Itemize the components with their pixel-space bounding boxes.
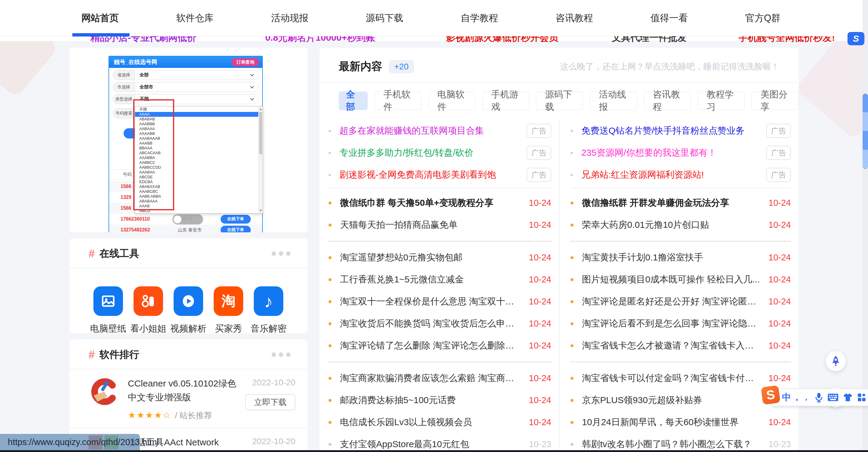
article-link[interactable]: 微信撸纸群 开群发单赚佣金玩法分享 xyxy=(582,197,761,209)
kuaishou-icon[interactable] xyxy=(133,286,163,316)
ime-punctuation-icon[interactable]: 。， xyxy=(795,393,810,402)
tool-item-4[interactable]: 淘买家秀 xyxy=(211,286,246,335)
order-online-button[interactable]: 在线下单 xyxy=(221,226,251,233)
article-link[interactable]: 淘宝商家欺骗消费者应该怎么索赔 淘宝商家... xyxy=(340,372,522,385)
article-link[interactable]: 韩剧tv改名韩小圈了吗？韩小圈怎么下载？ xyxy=(582,438,761,451)
skin-tshirt-icon[interactable] xyxy=(843,393,852,402)
article-link[interactable]: 淘宝评论错了怎么删除 淘宝评论怎么删除重... xyxy=(340,339,522,352)
back-to-top-button[interactable] xyxy=(826,351,846,371)
sogou-logo[interactable]: S xyxy=(761,385,781,405)
phone-number[interactable]: 1566 xyxy=(121,205,131,211)
article-link[interactable]: 邮政消费达标抽5~100元话费 xyxy=(340,394,522,406)
article-link[interactable]: 工行香蕉兑换1~5元微信立减金 xyxy=(340,273,522,286)
tab-5[interactable]: 源码下载 xyxy=(536,91,583,110)
nav-item-4[interactable]: 源码下载 xyxy=(363,0,406,36)
article-link[interactable]: 微信纸巾群 每天撸50单+变现教程分享 xyxy=(340,197,522,209)
tool-item-5[interactable]: ♪音乐解密 xyxy=(251,286,286,335)
browser-scrollbar-track[interactable] xyxy=(863,0,868,452)
bullet-dot-icon xyxy=(329,421,332,424)
microphone-icon[interactable] xyxy=(814,392,824,402)
ad-link[interactable]: 免费送Q钻名片赞/快手抖音粉丝点赞业务 xyxy=(581,124,759,137)
wallpaper-icon[interactable] xyxy=(93,286,123,316)
ad-link[interactable]: 235资源网/你想要的我这里都有！ xyxy=(581,147,759,159)
tab-3[interactable]: 电脑软件 xyxy=(428,91,475,110)
tool-item-3[interactable]: 视频解析 xyxy=(170,286,206,335)
tab-1[interactable]: 全部 xyxy=(339,91,368,110)
article-link[interactable]: 10月24日新闻早讯，每天60秒读懂世界 xyxy=(582,416,761,428)
nav-item-2[interactable]: 软件仓库 xyxy=(173,0,217,36)
select-label: 类型选择 xyxy=(113,94,135,104)
taobao-icon[interactable]: 淘 xyxy=(214,286,243,316)
phone-number[interactable]: 1566 xyxy=(121,184,131,189)
nav-item-1[interactable]: 网站首页 xyxy=(79,0,122,36)
article-link[interactable]: 淘宝省钱卡怎么才被邀请？淘宝省钱卡入口... xyxy=(582,339,761,352)
article-link[interactable]: 电信成长乐园Lv3以上领视频会员 xyxy=(340,416,522,428)
keyboard-icon[interactable] xyxy=(828,393,838,402)
bullet-dot-icon xyxy=(570,152,573,154)
dropdown-scrollbar[interactable] xyxy=(258,107,263,213)
tool-label: 视频解析 xyxy=(170,322,207,335)
bullet-dot-icon xyxy=(329,224,332,227)
widget-select-1[interactable]: 省选择全部 xyxy=(113,70,258,80)
more-dots-icon[interactable] xyxy=(272,352,290,357)
tab-7[interactable]: 咨讯教程 xyxy=(644,91,691,110)
order-query-button[interactable]: 订单查询 xyxy=(231,58,259,66)
article-link[interactable]: 荣幸大药房0.01元撸10片创口贴 xyxy=(582,219,761,231)
article-link[interactable]: 支付宝领AppStore最高10元红包 xyxy=(340,438,522,451)
nav-item-5[interactable]: 自学教程 xyxy=(458,0,501,36)
nav-item-6[interactable]: 咨讯教程 xyxy=(553,0,596,36)
phone-number[interactable]: 13275482262 xyxy=(121,227,150,232)
article-link[interactable]: 淘宝省钱卡可以付定金吗？淘宝省钱卡付定... xyxy=(582,372,761,385)
software-meta: 2022-10-20立即下载 xyxy=(245,376,296,421)
article-link[interactable]: 淘宝评论后看不到是怎么回事 淘宝评论隐藏... xyxy=(582,317,761,330)
widget-select-2[interactable]: 市选择全部市 xyxy=(113,82,258,92)
ad-link[interactable]: 兄弟站:红尘资源网福利资源站! xyxy=(581,169,759,181)
tab-2[interactable]: 手机软件 xyxy=(374,91,422,110)
article-link[interactable]: 淘宝收货后不能换货吗 淘宝收货后怎么申请... xyxy=(340,317,522,330)
article-link[interactable]: 淘宝遥望梦想站0元撸实物包邮 xyxy=(340,251,522,264)
phone-number[interactable]: 17662360110 xyxy=(121,216,150,222)
nav-item-3[interactable]: 活动现报 xyxy=(268,0,311,36)
article-link[interactable]: 淘宝评论是匿名好还是公开好 淘宝评论匿名... xyxy=(582,295,761,308)
ad-link[interactable]: 专业拼多多助力/拆红包/转盘/砍价 xyxy=(339,147,519,159)
article-link[interactable]: 淘宝双十一全程保价是什么意思 淘宝双十一... xyxy=(340,295,522,308)
input-method-toolbar[interactable]: 中 。， xyxy=(772,389,868,406)
greeting-text: 这么晚了，还在上网？早点洗洗睡吧，睡前记得洗洗脸喔！ xyxy=(560,61,779,73)
nav-item-8[interactable]: 官方Q群 xyxy=(742,0,784,36)
ime-chinese-mode[interactable]: 中 xyxy=(782,391,791,404)
category-tabs: 全部手机软件电脑软件手机游戏源码下载活动线报咨讯教程教程学习美图分享 xyxy=(339,91,799,110)
site-corner-logo[interactable]: S xyxy=(847,32,864,45)
article-date: 10-24 xyxy=(529,417,551,427)
tab-9[interactable]: 美图分享 xyxy=(751,91,799,110)
tab-8[interactable]: 教程学习 xyxy=(698,91,745,110)
scrollbar-thumb[interactable] xyxy=(259,112,262,154)
phone-number[interactable]: 1329 xyxy=(121,195,131,200)
more-dots-icon[interactable] xyxy=(272,251,290,256)
number-picker-widget: 靓号_在线选号网 订单查询 省选择全部市选择全部市类型选择不限 号码搜索 不限A… xyxy=(108,56,263,232)
tool-item-2[interactable]: 看小姐姐 xyxy=(130,286,166,335)
article-link[interactable]: 图片短视频项目0成本既可操作 轻松日入几... xyxy=(582,273,761,286)
order-online-button[interactable]: 在线下单 xyxy=(221,215,251,224)
ad-link[interactable]: 超多在家就能赚钱的互联网项目合集 xyxy=(339,124,519,137)
article-row: 淘宝遥望梦想站0元撸实物包邮10-24 xyxy=(329,247,551,269)
download-button[interactable]: 立即下载 xyxy=(245,394,296,411)
music-icon[interactable]: ♪ xyxy=(254,286,283,316)
ad-link[interactable]: 剧迷影视-全网免费高清电影美剧看到饱 xyxy=(339,169,519,181)
article-link[interactable]: 京东PLUS领930元超级补贴券 xyxy=(582,394,761,406)
scroll-up-arrow-icon[interactable] xyxy=(259,108,262,110)
tab-6[interactable]: 活动线报 xyxy=(590,91,637,110)
software-title[interactable]: CCleaner v6.05.10102绿色中文专业增强版 xyxy=(128,376,245,404)
nav-item-7[interactable]: 值得一看 xyxy=(647,0,691,36)
recommend-note: / 站长推荐 xyxy=(175,411,212,420)
tab-4[interactable]: 手机游戏 xyxy=(482,91,530,110)
article-link[interactable]: 天猫每天拍一拍猜商品赢免单 xyxy=(340,219,522,231)
bullet-dot-icon xyxy=(570,224,574,227)
scroll-down-arrow-icon[interactable] xyxy=(259,210,262,211)
article-row: 电信成长乐园Lv3以上领视频会员10-24 xyxy=(329,411,551,433)
toggle-switch[interactable] xyxy=(173,214,203,225)
article-link[interactable]: 淘宝黄扶手计划0.1撸浴室扶手 xyxy=(582,251,761,264)
video-play-icon[interactable] xyxy=(174,286,203,316)
toolbox-grid-icon[interactable] xyxy=(857,393,866,402)
tool-item-1[interactable]: 电脑壁纸 xyxy=(90,286,126,335)
browser-scrollbar-thumb[interactable] xyxy=(863,93,868,169)
